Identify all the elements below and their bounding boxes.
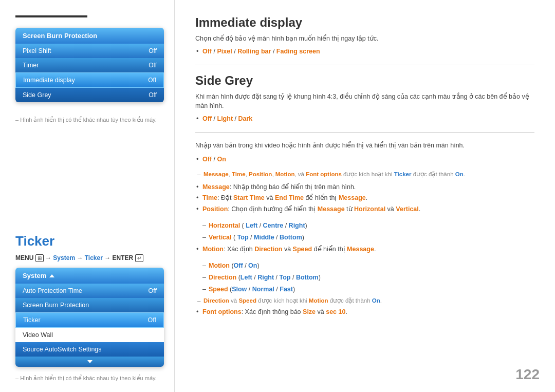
pos-vertical: Vertical [396, 206, 418, 213]
menu-item-side-grey[interactable]: Side Grey Off [15, 88, 164, 102]
speed-normal: Normal [252, 286, 274, 293]
system-title-text: System [23, 272, 46, 279]
sg-dark: Dark [238, 115, 252, 122]
tn-motion: Motion [275, 171, 295, 177]
tn-ticker-ref: Ticker [394, 171, 412, 177]
ticker-menu-value: Off [148, 316, 156, 324]
pixel-shift-label: Pixel Shift [23, 47, 51, 54]
arrow-2: → [77, 254, 84, 262]
dir-top: Top [280, 274, 291, 281]
system-item-screen-burn[interactable]: Screen Burn Protection [15, 298, 164, 312]
ticker-on-note: Message, Time, Position, Motion, và Font… [196, 170, 534, 179]
ticker-menu-label: Ticker [23, 316, 41, 324]
end-time: End Time [275, 194, 304, 201]
immediate-display-options: Off / Pixel / Rolling bar / Fading scree… [195, 47, 534, 57]
menu-icon: ⊞ [35, 254, 44, 262]
footnote-2: – Hình ảnh hiển thị có thể khác nhau tùy… [15, 375, 164, 382]
message-ref: Message [339, 194, 366, 201]
horiz-paren: ( [242, 222, 244, 229]
ticker-detail-list: Message: Nhập thông báo để hiển thị trên… [195, 182, 534, 214]
ticker-off: Off [202, 156, 212, 163]
screen-burn-title: Screen Burn Protection [15, 28, 164, 44]
left-panel: Screen Burn Protection Pixel Shift Off T… [0, 0, 175, 392]
dir-label: Direction [209, 274, 236, 281]
menu-path: MENU ⊞ → System → Ticker → ENTER ↵ [15, 254, 164, 262]
tn-message: Message [203, 171, 229, 177]
dir-left: Left [240, 274, 252, 281]
horiz-left: Left [246, 222, 257, 229]
system-item-auto-protection[interactable]: Auto Protection Time Off [15, 284, 164, 298]
menu-item-pixel-shift[interactable]: Pixel Shift Off [15, 44, 164, 58]
position-label: Position [202, 206, 228, 213]
mot-message-ref: Message [347, 246, 374, 253]
font-options-list: Font options: Xác định thông báo Size và… [195, 307, 534, 317]
immediate-display-desc: Chọn chế độ bảo vệ màn hình bạn muốn hiể… [195, 34, 534, 44]
mot-sub-motion: Motion [209, 262, 230, 269]
motion-sub-direction: Direction (Left / Right / Top / Bottom) [195, 272, 534, 283]
option-fading-screen: Fading screen [276, 48, 320, 55]
dir-right: Right [257, 274, 274, 281]
menu-item-timer[interactable]: Timer Off [15, 58, 164, 72]
horiz-label: Horizontal [209, 222, 240, 229]
footnote-1: – Hình ảnh hiển thị có thể khác nhau tùy… [15, 117, 164, 123]
tn-time: Time [232, 171, 246, 177]
msg-label: Message [202, 183, 230, 191]
mot-on: On [248, 262, 257, 269]
immediate-display-value: Off [148, 77, 156, 84]
horiz-centre: Centre [263, 222, 284, 229]
pos-message-ref: Message [318, 206, 345, 213]
ticker-link: Ticker [85, 254, 103, 262]
system-item-ticker[interactable]: Ticker Off [15, 312, 164, 328]
vert-label: Vertical [209, 234, 231, 241]
system-item-video-wall[interactable]: Video Wall [15, 328, 164, 342]
dn-direction: Direction [203, 297, 229, 304]
video-wall-label: Video Wall [23, 331, 53, 339]
dn-and: và [231, 297, 238, 304]
arrow-3: → [104, 254, 112, 262]
time-label: Time [202, 194, 217, 201]
motion-sub-off-on: Motion (Off / On) [195, 260, 534, 271]
side-grey-title: Side Grey [195, 73, 534, 88]
vert-top: Top [237, 234, 249, 241]
mot-off: Off [234, 262, 243, 269]
immediate-display-title: Immediate display [195, 15, 534, 30]
dir-bottom: Bottom [296, 274, 319, 281]
vert-bottom: Bottom [280, 234, 302, 241]
system-link: System [53, 254, 75, 262]
enter-icon: ↵ [135, 254, 143, 262]
side-grey-desc: Khi màn hình được đặt sang tỷ lệ khung h… [195, 92, 534, 111]
system-item-source-autoswitch[interactable]: Source AutoSwitch Settings [15, 342, 164, 357]
timer-value: Off [149, 62, 157, 69]
system-menu-arrow-down[interactable] [15, 357, 164, 367]
ticker-bullet-list: Off / On [195, 155, 534, 164]
menu-item-immediate-display[interactable]: Immediate display Off [15, 72, 164, 88]
arrow-down-icon [87, 360, 92, 363]
immediate-display-label: Immediate display [23, 77, 75, 84]
option-pixel: Pixel [217, 48, 232, 55]
separator-1: / [214, 48, 217, 55]
side-grey-options: Off / Light / Dark [195, 114, 534, 124]
horiz-right: Right [289, 222, 305, 229]
tn-and: và [298, 171, 306, 177]
ticker-right-content: Nhập văn bản trong khi video hoặc hình ả… [195, 141, 534, 317]
start-time: Start Time [233, 194, 265, 201]
sg-off: Off [202, 115, 212, 122]
ticker-title: Ticker [15, 233, 164, 249]
tn-on-ref: On [455, 171, 464, 177]
option-rolling-bar: Rolling bar [237, 48, 271, 55]
auto-protection-label: Auto Protection Time [23, 287, 82, 294]
timer-label: Timer [23, 62, 39, 69]
dn-speed: Speed [238, 297, 256, 304]
fo-sec: sec 10 [326, 308, 345, 315]
tn-font-options: Font options [306, 171, 342, 177]
tn-position: Position [249, 171, 272, 177]
system-menu: System Auto Protection Time Off Screen B… [15, 268, 164, 367]
vert-middle: Middle [254, 234, 274, 241]
pixel-shift-value: Off [149, 47, 157, 54]
pos-horizontal: Horizontal [354, 206, 385, 213]
sg-light: Light [217, 115, 233, 122]
direction-speed-note: Direction và Speed được kích hoạt khi Mo… [196, 296, 534, 305]
tn-set-on: được đặt thành [413, 171, 455, 177]
system-menu-title: System [15, 268, 164, 284]
sg-sep1: / [214, 115, 217, 122]
